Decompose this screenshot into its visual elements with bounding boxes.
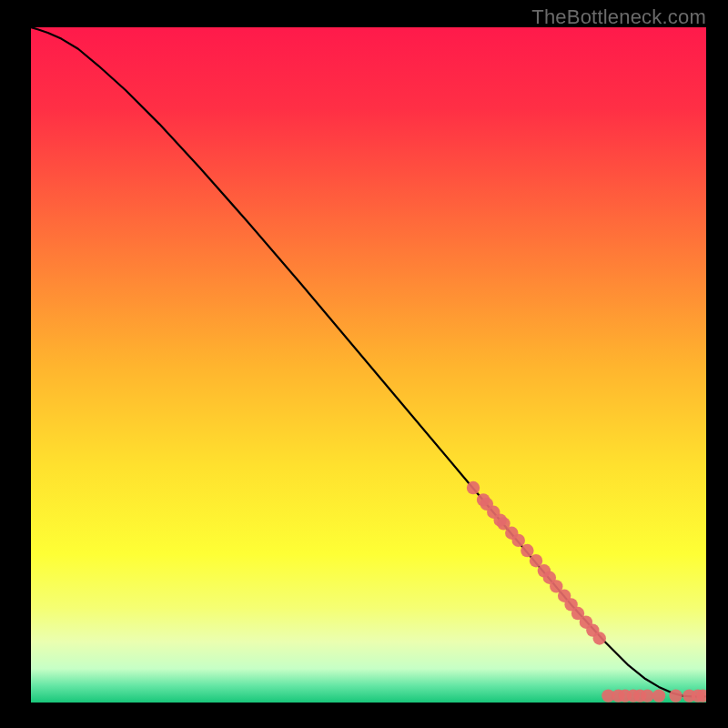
data-point [593,632,606,644]
data-point [652,689,665,702]
chart-svg [0,0,728,728]
data-points-horizontal [602,689,709,702]
data-point [669,689,682,702]
data-point [696,689,709,702]
data-point [521,544,533,557]
chart-container: TheBottleneck.com [0,0,728,728]
watermark-text: TheBottleneck.com [531,5,706,29]
data-point [467,481,480,494]
data-point [530,554,542,567]
data-point [512,534,525,547]
data-point [641,689,653,702]
